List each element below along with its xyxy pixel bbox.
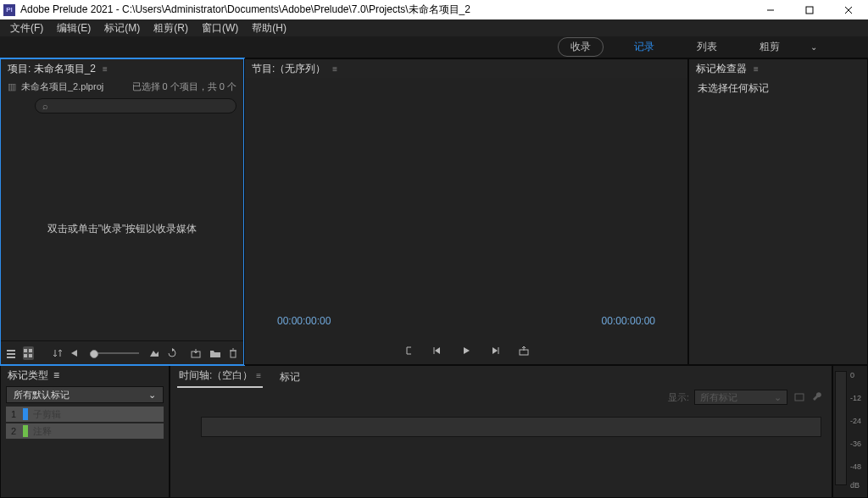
delete-button[interactable]	[228, 346, 238, 360]
zoom-slider[interactable]	[90, 352, 139, 354]
svg-rect-7	[24, 349, 27, 352]
svg-marker-18	[435, 347, 440, 354]
mark-in-icon	[403, 346, 414, 356]
minimize-icon	[766, 6, 775, 14]
program-panel-title: 节目:（无序列）	[252, 62, 326, 76]
bin-icon: ▥	[8, 81, 16, 92]
chevron-down-icon: ⌄	[774, 392, 782, 403]
timeline-settings-button[interactable]	[811, 390, 825, 404]
program-timecode-current[interactable]: 00:00:00:00	[277, 315, 331, 327]
play-button[interactable]	[459, 344, 473, 357]
panel-menu-icon[interactable]: ≡	[103, 64, 108, 74]
program-timecode-duration: 00:00:00:00	[602, 315, 655, 327]
svg-rect-6	[7, 357, 15, 358]
export-icon	[519, 346, 529, 356]
program-monitor-panel: 节目:（无序列） ≡ 00:00:00:00 00:00:00:00	[244, 58, 688, 365]
timeline-filter-select[interactable]: 所有标记 ⌄	[694, 390, 787, 405]
meter-tick: -24	[850, 417, 861, 425]
step-back-button[interactable]	[431, 344, 444, 357]
workspace-bar: 收录 记录 列表 粗剪 ⌄	[0, 36, 868, 58]
tab-markers[interactable]: 标记	[278, 367, 302, 388]
timeline-filter-label: 显示:	[668, 391, 689, 404]
marker-types-selector[interactable]: 所有默认标记 ⌄	[6, 386, 164, 403]
zoom-out-button[interactable]	[70, 346, 80, 360]
menu-rough[interactable]: 粗剪(R)	[147, 19, 195, 36]
step-forward-button[interactable]	[488, 344, 502, 357]
marker-types-selector-value: 所有默认标记	[14, 389, 70, 401]
marker-type-label: 子剪辑	[33, 408, 61, 421]
menu-file[interactable]: 文件(F)	[3, 19, 50, 36]
export-frame-button[interactable]	[517, 344, 531, 357]
trash-icon	[228, 348, 238, 358]
menu-help[interactable]: 帮助(H)	[245, 19, 293, 36]
maximize-icon	[805, 6, 814, 14]
marker-types-panel: 标记类型 ≡ 所有默认标记 ⌄ 1 子剪辑 2 注释	[0, 365, 170, 498]
thumbnail-view-button[interactable]	[23, 346, 33, 360]
project-selection-counter: 已选择 0 个项目，共 0 个	[132, 80, 236, 93]
window-minimize-button[interactable]	[751, 0, 790, 19]
mark-in-button[interactable]	[402, 344, 415, 357]
workspace-list[interactable]: 列表	[685, 38, 729, 56]
clear-in-out-icon	[793, 392, 805, 402]
window-close-button[interactable]	[829, 0, 868, 19]
audio-meter-panel: 0 -12 -24 -36 -48 dB	[832, 365, 868, 498]
panel-menu-icon[interactable]: ≡	[256, 371, 261, 380]
marker-type-item[interactable]: 1 子剪辑	[6, 407, 164, 422]
step-back-icon	[433, 346, 442, 355]
timeline-filter-value: 所有标记	[700, 391, 737, 404]
meter-tick: -12	[850, 394, 861, 402]
marker-inspector-panel: 标记检查器 ≡ 未选择任何标记	[688, 58, 868, 365]
tab-markers-label: 标记	[280, 371, 300, 383]
timeline-track[interactable]	[201, 417, 821, 437]
triangle-left-icon	[70, 349, 79, 357]
workspace-log[interactable]: 记录	[622, 38, 666, 56]
audio-meter-bar	[835, 371, 847, 485]
project-panel-title: 项目: 未命名项目_2	[8, 62, 96, 76]
marker-type-swatch	[23, 408, 28, 420]
panel-menu-icon[interactable]: ≡	[53, 369, 59, 381]
project-empty-hint: 双击或单击"收录"按钮以收录媒体	[47, 222, 198, 236]
list-view-button[interactable]	[6, 346, 16, 360]
menu-edit[interactable]: 编辑(E)	[50, 19, 97, 36]
meter-tick: dB	[850, 481, 860, 490]
wrench-icon	[813, 392, 823, 402]
marker-types-title: 标记类型	[8, 368, 48, 383]
meter-tick: 0	[850, 371, 854, 379]
list-view-icon	[6, 348, 16, 358]
zoom-in-button[interactable]	[149, 346, 159, 360]
meter-tick: -48	[850, 462, 861, 471]
mountain-icon	[149, 349, 159, 357]
step-forward-icon	[491, 346, 499, 355]
svg-marker-11	[71, 350, 77, 357]
svg-marker-12	[150, 351, 159, 357]
panel-menu-icon[interactable]: ≡	[754, 64, 760, 74]
workspace-ingest[interactable]: 收录	[558, 37, 604, 57]
app-icon: Pl	[3, 4, 15, 16]
svg-marker-21	[492, 347, 498, 354]
new-bin-button[interactable]	[209, 346, 221, 360]
svg-rect-4	[7, 350, 15, 351]
ingest-shortcut-button[interactable]	[191, 346, 203, 360]
svg-rect-10	[29, 354, 32, 357]
tab-timeline[interactable]: 时间轴:（空白）≡	[177, 365, 263, 388]
clear-in-out-button[interactable]	[793, 390, 806, 404]
thumbnail-view-icon	[23, 348, 33, 358]
sort-button[interactable]	[53, 346, 63, 360]
marker-type-number: 1	[9, 409, 18, 419]
svg-rect-5	[7, 353, 15, 355]
project-panel: 项目: 未命名项目_2 ≡ ▥ 未命名项目_2.plproj 已选择 0 个项目…	[0, 58, 244, 365]
menu-marker[interactable]: 标记(M)	[97, 19, 147, 36]
workspace-rough[interactable]: 粗剪	[748, 38, 792, 56]
workspace-overflow-button[interactable]: ⌄	[810, 42, 817, 52]
svg-marker-13	[172, 348, 175, 351]
program-viewport[interactable]: 00:00:00:00 00:00:00:00	[245, 78, 687, 364]
panel-menu-icon[interactable]: ≡	[332, 64, 338, 74]
menu-window[interactable]: 窗口(W)	[195, 19, 245, 36]
timeline-panel: 时间轴:（空白）≡ 标记 显示: 所有标记 ⌄	[170, 365, 832, 498]
chevron-down-icon: ⌄	[148, 390, 156, 401]
marker-type-label: 注释	[33, 425, 52, 438]
window-maximize-button[interactable]	[790, 0, 829, 19]
project-search-input[interactable]: ⌕	[35, 98, 236, 113]
marker-type-item[interactable]: 2 注释	[6, 423, 164, 439]
refresh-button[interactable]	[166, 346, 176, 360]
